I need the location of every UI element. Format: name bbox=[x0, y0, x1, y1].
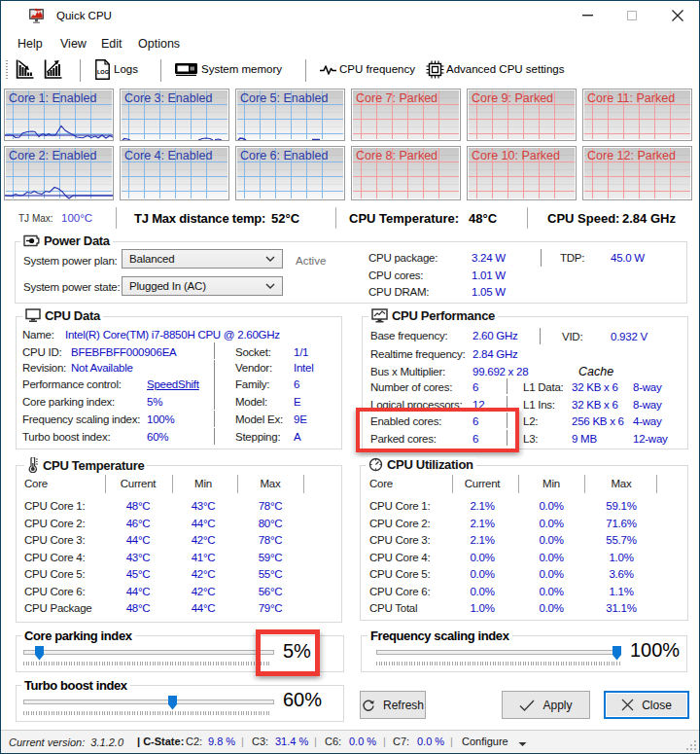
svg-text:LOG: LOG bbox=[97, 69, 109, 75]
